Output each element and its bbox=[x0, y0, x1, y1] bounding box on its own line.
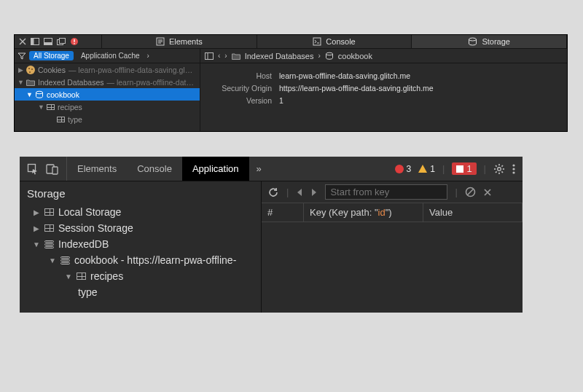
column-header-index[interactable]: # bbox=[262, 203, 304, 222]
sidebar-section-title: Storage bbox=[20, 186, 261, 204]
safari-tab-bar: Elements Console Storage bbox=[15, 35, 567, 49]
safari-breadcrumb-bar: ‹ › Indexed Databases › cookbook bbox=[200, 49, 567, 63]
dock-bottom-icon[interactable] bbox=[44, 38, 52, 45]
tab-label: Storage bbox=[482, 37, 510, 46]
breadcrumb-item[interactable]: Indexed Databases bbox=[245, 52, 314, 60]
tab-console[interactable]: Console bbox=[127, 157, 182, 181]
disclosure-triangle-icon[interactable]: ▼ bbox=[65, 273, 72, 281]
disclosure-triangle-icon[interactable]: ▼ bbox=[38, 103, 44, 111]
disclosure-triangle-icon[interactable]: ▼ bbox=[49, 256, 56, 264]
tree-suffix: — learn-pwa-offline-dat… bbox=[106, 78, 193, 87]
keypath-value: id bbox=[378, 207, 386, 218]
disclosure-triangle-icon[interactable]: ▶ bbox=[33, 208, 40, 216]
tab-label: Application bbox=[192, 163, 239, 174]
elements-icon bbox=[156, 37, 165, 46]
chevron-right-icon[interactable]: › bbox=[147, 52, 149, 60]
tree-label: cookbook - https://learn-pwa-offline- bbox=[74, 254, 236, 266]
tab-label: Console bbox=[137, 163, 172, 174]
tree-row-indexed-databases[interactable]: ▼ Indexed Databases — learn-pwa-offline-… bbox=[15, 76, 200, 88]
tab-label: Console bbox=[326, 37, 355, 46]
sidebar-toggle-icon[interactable] bbox=[205, 52, 214, 60]
prev-page-icon[interactable] bbox=[296, 188, 303, 197]
tree-row-type-index[interactable]: type bbox=[20, 284, 261, 300]
database-icon bbox=[60, 256, 70, 264]
tab-application[interactable]: Application bbox=[182, 157, 249, 181]
device-toggle-icon[interactable] bbox=[46, 163, 59, 175]
filter-icon[interactable] bbox=[17, 52, 26, 60]
table-icon bbox=[57, 117, 65, 122]
svg-line-25 bbox=[501, 171, 503, 173]
tree-label: type bbox=[78, 286, 97, 298]
start-key-input[interactable] bbox=[325, 184, 447, 200]
folder-icon bbox=[232, 52, 240, 60]
chevron-right-icon: › bbox=[318, 52, 320, 60]
tree-label: Local Storage bbox=[58, 206, 121, 218]
disclosure-triangle-icon[interactable]: ▼ bbox=[33, 240, 40, 248]
count: 3 bbox=[407, 164, 412, 174]
disclosure-triangle-icon[interactable]: ▶ bbox=[33, 224, 40, 232]
tree-label: Session Storage bbox=[58, 222, 133, 234]
nav-back-icon[interactable]: ‹ bbox=[218, 52, 220, 60]
gear-icon[interactable] bbox=[493, 163, 505, 175]
tree-label: type bbox=[68, 115, 82, 124]
column-header-value[interactable]: Value bbox=[423, 203, 523, 222]
next-page-icon[interactable] bbox=[310, 188, 318, 197]
tab-elements[interactable]: Elements bbox=[67, 157, 127, 181]
chevron-double-right-icon: » bbox=[257, 163, 262, 174]
tabs-overflow[interactable]: » bbox=[249, 157, 269, 181]
detail-value: learn-pwa-offline-data-saving.glitch.me bbox=[279, 71, 410, 80]
tree-row-recipes-store[interactable]: ▼ recipes bbox=[20, 268, 261, 284]
disclosure-triangle-icon[interactable]: ▼ bbox=[26, 91, 32, 98]
inspect-icon[interactable] bbox=[27, 163, 39, 175]
clear-store-icon[interactable] bbox=[465, 187, 476, 197]
tree-label: IndexedDB bbox=[58, 238, 109, 250]
count: 1 bbox=[466, 163, 472, 174]
tree-row-type-index[interactable]: type bbox=[15, 113, 200, 125]
close-icon[interactable] bbox=[483, 188, 492, 197]
tree-row-local-storage[interactable]: ▶ Local Storage bbox=[20, 204, 261, 220]
tree-row-cookbook-db[interactable]: ▼ cookbook - https://learn-pwa-offline- bbox=[20, 252, 261, 268]
storage-icon bbox=[468, 37, 477, 46]
error-count[interactable]: 3 bbox=[395, 164, 412, 174]
close-icon[interactable] bbox=[19, 38, 26, 45]
tab-elements[interactable]: Elements bbox=[102, 35, 257, 48]
svg-point-15 bbox=[36, 91, 43, 94]
svg-rect-5 bbox=[60, 39, 66, 44]
tree-row-recipes-store[interactable]: ▼ recipes bbox=[15, 101, 200, 113]
tree-row-cookies[interactable]: ▶ Cookies — learn-pwa-offline-data-savin… bbox=[15, 63, 200, 76]
issue-count[interactable]: 1 bbox=[452, 162, 476, 175]
disclosure-triangle-icon[interactable]: ▶ bbox=[17, 66, 23, 74]
nav-forward-icon[interactable]: › bbox=[224, 52, 227, 60]
issue-icon bbox=[456, 165, 463, 173]
svg-line-27 bbox=[501, 165, 503, 167]
refresh-icon[interactable] bbox=[267, 187, 279, 198]
svg-rect-10 bbox=[313, 38, 321, 45]
tab-console[interactable]: Console bbox=[257, 35, 412, 48]
filter-all-storage[interactable]: All Storage bbox=[29, 51, 74, 60]
svg-point-11 bbox=[469, 38, 477, 41]
detail-key: Host bbox=[209, 71, 272, 80]
console-icon bbox=[313, 37, 321, 46]
safari-db-details: Hostlearn-pwa-offline-data-saving.glitch… bbox=[200, 63, 567, 131]
svg-point-30 bbox=[512, 171, 514, 173]
column-header-key[interactable]: Key (Key path: "id") bbox=[304, 203, 423, 222]
chrome-idb-toolbar: | | bbox=[262, 181, 523, 203]
table-icon bbox=[77, 273, 86, 280]
kebab-menu-icon[interactable] bbox=[512, 163, 515, 175]
breadcrumb-item[interactable]: cookbook bbox=[338, 52, 372, 60]
warning-count[interactable]: 1 bbox=[418, 164, 435, 174]
svg-rect-3 bbox=[44, 42, 52, 45]
database-icon bbox=[44, 240, 54, 248]
dock-left-icon[interactable] bbox=[31, 38, 39, 45]
popout-icon[interactable] bbox=[57, 38, 66, 45]
tree-row-cookbook-db[interactable]: ▼ cookbook bbox=[15, 88, 200, 101]
tab-storage[interactable]: Storage bbox=[412, 35, 567, 48]
error-indicator-icon[interactable] bbox=[70, 37, 79, 46]
svg-line-32 bbox=[467, 189, 473, 195]
tree-label: recipes bbox=[58, 103, 82, 111]
tree-row-session-storage[interactable]: ▶ Session Storage bbox=[20, 220, 261, 236]
tree-row-indexeddb[interactable]: ▼ IndexedDB bbox=[20, 236, 261, 252]
disclosure-triangle-icon[interactable]: ▼ bbox=[17, 79, 23, 86]
filter-application-cache[interactable]: Application Cache bbox=[77, 51, 144, 60]
chrome-status-area: 3 1 | 1 | bbox=[388, 157, 523, 181]
